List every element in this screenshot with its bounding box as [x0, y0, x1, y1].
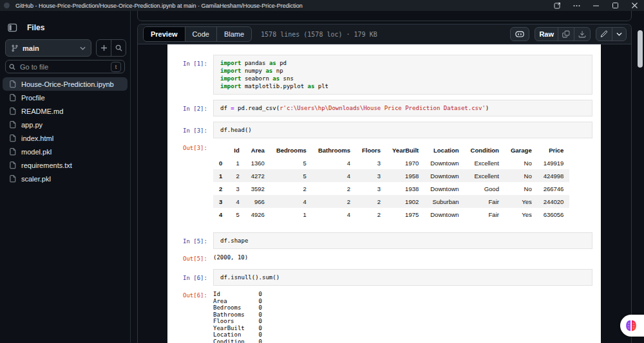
- file-item[interactable]: model.pkl: [3, 145, 128, 158]
- tab-blame[interactable]: Blame: [216, 27, 251, 41]
- window-close-icon[interactable]: [625, 0, 644, 11]
- shortcut-badge: t: [111, 62, 121, 72]
- table-header-cell: Id: [228, 144, 245, 156]
- file-item[interactable]: scaler.pkl: [3, 172, 128, 185]
- app-favicon-icon: [4, 3, 10, 8]
- cell-prompt: Out[6]:: [167, 291, 213, 343]
- file-name: README.md: [21, 107, 63, 115]
- file-icon: [9, 107, 17, 115]
- edit-dropdown-button[interactable]: [612, 28, 626, 41]
- file-icon: [9, 80, 17, 88]
- edit-file-button[interactable]: [596, 28, 612, 41]
- table-header-cell: Price: [538, 144, 570, 156]
- window-titlebar: GitHub - House-Price-Prediction/House-Or…: [0, 0, 644, 11]
- table-cell: 1970: [386, 156, 424, 169]
- table-cell: 4: [270, 195, 312, 208]
- file-item[interactable]: requirements.txt: [3, 158, 128, 172]
- table-header-cell: Bedrooms: [270, 144, 312, 156]
- table-cell: 2: [312, 195, 356, 208]
- file-item[interactable]: index.html: [3, 131, 128, 145]
- table-cell: 4: [312, 208, 356, 221]
- code-input-area[interactable]: import pandas as pd import numpy as np i…: [213, 55, 592, 95]
- file-icon: [9, 174, 17, 183]
- table-row: 349664221902SuburbanFairYes244020: [213, 195, 569, 208]
- table-header-cell: Floors: [356, 144, 386, 156]
- table-cell: Fair: [465, 208, 505, 221]
- row-index-cell: 2: [213, 182, 228, 195]
- notebook-cell: Out[5]:(2000, 10): [167, 254, 601, 263]
- table-cell: 4: [228, 195, 245, 208]
- window-more-icon[interactable]: [567, 0, 586, 11]
- tab-preview[interactable]: Preview: [144, 27, 185, 41]
- browser-sidebar-icon[interactable]: [547, 0, 567, 11]
- cell-prompt: In [2]:: [167, 100, 213, 116]
- table-cell: Downtown: [424, 156, 464, 169]
- file-item[interactable]: Procfile: [3, 91, 128, 104]
- download-raw-button[interactable]: [574, 28, 590, 41]
- window-minimize-icon[interactable]: [586, 0, 605, 11]
- file-name: model.pkl: [21, 148, 52, 156]
- goto-file-box[interactable]: t: [5, 60, 125, 73]
- scrolled-header-remnant: [137, 11, 632, 21]
- file-viewer-header: PreviewCodeBlame 1578 lines (1578 loc) ·…: [138, 24, 631, 44]
- notebook-cell: Out[3]:IdAreaBedroomsBathroomsFloorsYear…: [167, 144, 601, 221]
- table-header-cell: [213, 144, 228, 156]
- file-item[interactable]: app.py: [3, 118, 128, 131]
- file-list: House-Orice-Prediction.ipynbProcfileREAD…: [3, 77, 128, 185]
- table-row: 1242725431958DowntownExcellentNo424998: [213, 169, 569, 182]
- table-cell: 3: [356, 169, 386, 182]
- window-maximize-icon[interactable]: [605, 0, 625, 11]
- add-file-button[interactable]: [97, 40, 111, 56]
- copy-raw-button[interactable]: [558, 28, 574, 41]
- table-row: 0113605431970DowntownExcellentNo149919: [213, 156, 569, 169]
- table-cell: Excellent: [465, 169, 505, 182]
- code-input-area[interactable]: df = pd.read_csv(r'c:\Users\hp\Downloads…: [213, 100, 592, 116]
- files-sidebar: Files main t House-Orice-Prediction.ipyn…: [0, 11, 131, 343]
- files-panel-title: Files: [27, 23, 44, 32]
- file-stats: 1578 lines (1578 loc) · 179 KB: [261, 31, 377, 38]
- collapse-panel-icon[interactable]: [5, 21, 19, 34]
- file-icon: [9, 120, 17, 129]
- cell-prompt: In [3]:: [167, 122, 213, 138]
- file-icon: [9, 147, 17, 156]
- table-cell: 4: [312, 169, 356, 182]
- row-index-cell: 1: [213, 169, 228, 182]
- table-cell: 1975: [386, 208, 424, 221]
- table-cell: 1902: [386, 195, 424, 208]
- search-repo-button[interactable]: [111, 40, 126, 56]
- code-input-area[interactable]: df.shape: [213, 232, 592, 249]
- table-cell: 2: [228, 169, 245, 182]
- cell-prompt: Out[3]:: [167, 144, 213, 221]
- cell-output-text: Id 0 Area 0 Bedrooms 0 Bathrooms 0 Floor…: [213, 291, 601, 343]
- raw-button[interactable]: Raw: [535, 28, 558, 41]
- cell-output-text: (2000, 10): [213, 254, 601, 261]
- code-input-area[interactable]: df.head(): [213, 122, 592, 138]
- page-scrollbar-thumb[interactable]: [638, 30, 643, 68]
- table-cell: 424998: [538, 169, 570, 182]
- extension-floating-button[interactable]: [620, 315, 644, 337]
- table-cell: 3: [228, 182, 245, 195]
- table-cell: Fair: [465, 195, 505, 208]
- search-icon: [9, 64, 15, 70]
- file-viewer-container: PreviewCodeBlame 1578 lines (1578 loc) ·…: [137, 24, 632, 343]
- table-header-cell: Condition: [465, 144, 505, 156]
- branch-selector[interactable]: main: [5, 39, 91, 57]
- file-name: Procfile: [21, 94, 45, 102]
- notebook-cell: In [2]:df = pd.read_csv(r'c:\Users\hp\Do…: [167, 100, 601, 116]
- table-cell: Downtown: [424, 208, 464, 221]
- table-cell: 2: [356, 195, 386, 208]
- branch-name: main: [23, 44, 39, 52]
- table-cell: 3592: [245, 182, 270, 195]
- table-cell: 2: [312, 182, 356, 195]
- table-cell: 149919: [538, 156, 570, 169]
- goto-file-input[interactable]: [19, 62, 108, 71]
- file-icon: [9, 161, 17, 169]
- file-item[interactable]: House-Orice-Prediction.ipynb: [3, 77, 128, 91]
- file-item[interactable]: README.md: [3, 104, 128, 118]
- code-input-area[interactable]: df.isnull().sum(): [213, 269, 592, 286]
- download-icon: [578, 30, 586, 38]
- table-cell: Yes: [505, 195, 538, 208]
- tab-code[interactable]: Code: [185, 27, 216, 41]
- copilot-button[interactable]: [510, 27, 529, 41]
- table-cell: Downtown: [424, 169, 464, 182]
